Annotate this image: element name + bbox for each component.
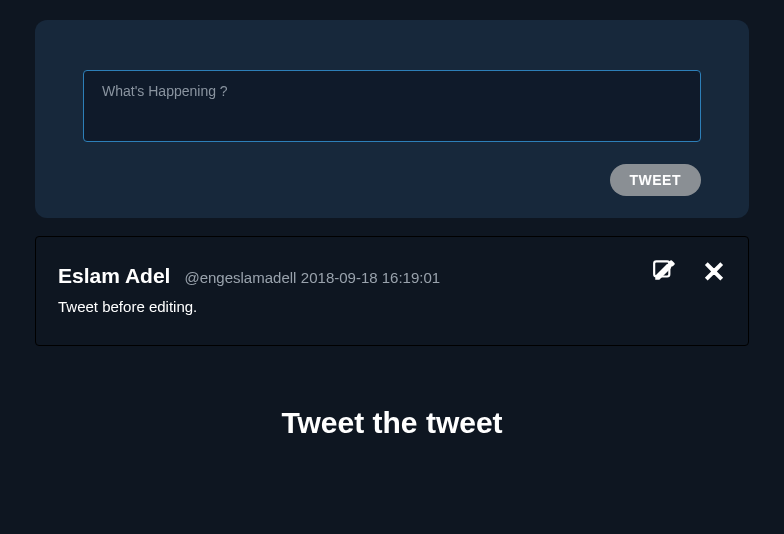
tweet-submit-button[interactable]: TWEET	[610, 164, 702, 196]
close-icon	[702, 258, 726, 282]
compose-input[interactable]	[83, 70, 701, 142]
tweet-header: Eslam Adel @engeslamadell 2018-09-18 16:…	[58, 257, 726, 288]
tweet-identity: Eslam Adel @engeslamadell 2018-09-18 16:…	[58, 264, 440, 288]
tweet-body: Tweet before editing.	[58, 298, 726, 315]
edit-icon	[652, 257, 678, 283]
tweet-author-handle: @engeslamadell	[184, 269, 296, 286]
tweet-meta: @engeslamadell 2018-09-18 16:19:01	[184, 269, 440, 287]
tweet-card: Eslam Adel @engeslamadell 2018-09-18 16:…	[35, 236, 749, 346]
compose-panel: TWEET	[35, 20, 749, 218]
tweet-author-name: Eslam Adel	[58, 264, 170, 288]
compose-actions: TWEET	[83, 164, 701, 196]
tweet-actions	[652, 257, 726, 283]
delete-tweet-button[interactable]	[702, 258, 726, 282]
edit-tweet-button[interactable]	[652, 257, 678, 283]
tweet-timestamp: 2018-09-18 16:19:01	[301, 269, 440, 286]
section-heading: Tweet the tweet	[35, 406, 749, 440]
